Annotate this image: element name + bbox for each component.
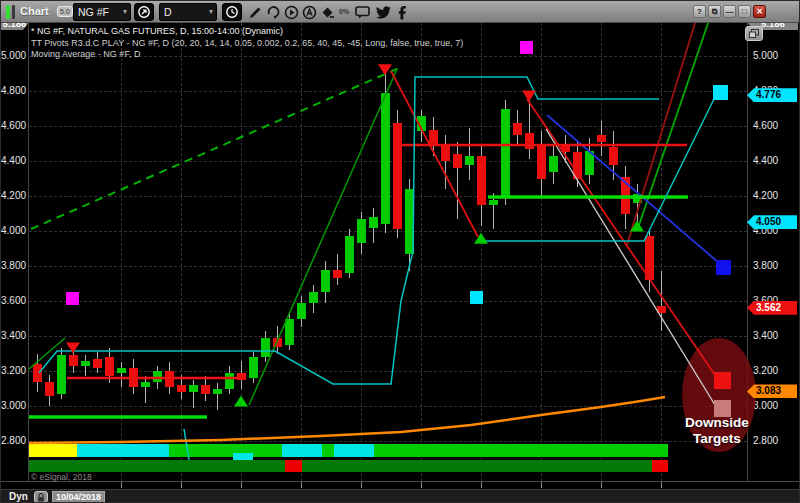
redo-icon	[266, 5, 281, 20]
indicator-strip-red-block	[285, 460, 302, 472]
maximize-button[interactable]: □	[738, 5, 751, 18]
auto-trendline-button[interactable]	[301, 4, 317, 20]
candle	[381, 93, 390, 224]
facebook-icon	[395, 5, 408, 20]
blue-decline-line	[547, 115, 719, 263]
candle-wick	[661, 271, 662, 331]
time-tick	[541, 482, 542, 488]
pencil-icon	[248, 5, 263, 20]
downside-targets-annotation: Downside Targets	[667, 415, 767, 447]
version-badge: 5.0	[57, 6, 73, 17]
interval-clock-button[interactable]	[222, 3, 242, 21]
price-tick-left: 4.200	[1, 190, 26, 201]
candle	[321, 270, 330, 293]
restore-button[interactable]: ⧉	[708, 5, 721, 18]
indicator-strip-top-segment	[374, 444, 668, 457]
red-downside-target-square	[714, 372, 731, 389]
indicator-tt-pivots: TT Pivots R3.d.C PLAY - NG #F, D (20, 20…	[31, 38, 463, 50]
h-gridline	[29, 266, 747, 267]
play-icon	[284, 5, 299, 20]
candle	[549, 156, 558, 172]
candle	[45, 382, 54, 396]
candle	[309, 292, 318, 303]
candle	[129, 368, 138, 387]
symbol-dropdown[interactable]: NG #F ▾	[73, 3, 131, 21]
candle	[537, 144, 546, 179]
price-tick-left: 3.600	[1, 295, 26, 306]
candle	[417, 116, 426, 132]
facebook-button[interactable]	[393, 4, 409, 20]
time-tick	[181, 482, 182, 488]
help-button[interactable]: ?	[693, 5, 706, 18]
candle	[213, 389, 222, 394]
price-tick-right: 4.400	[753, 155, 778, 166]
price-tick-right: 4.600	[753, 120, 778, 131]
indicator-strip-bottom	[29, 460, 668, 472]
price-tick-left: 4.600	[1, 120, 26, 131]
h-gridline	[29, 231, 747, 232]
window-restore-icon	[749, 29, 759, 38]
close-button[interactable]: ✕	[753, 5, 766, 18]
play-tool-button[interactable]	[283, 4, 299, 20]
candle	[201, 385, 210, 394]
chat-button[interactable]	[355, 4, 371, 20]
h-gridline	[29, 406, 747, 407]
percent-label: 0%	[339, 8, 349, 15]
candle-wick	[529, 93, 530, 160]
price-tick-left: 2.800	[1, 435, 26, 446]
candle	[333, 270, 342, 279]
price-tick-left: 5.000	[1, 50, 26, 61]
right-axis-separator[interactable]	[747, 23, 748, 481]
interval-dropdown[interactable]: D ▾	[159, 3, 217, 21]
symbol-lookup-button[interactable]	[134, 3, 154, 21]
price-tick-right: 3.000	[753, 400, 778, 411]
v-gridline	[481, 23, 482, 481]
eraser-tool-button[interactable]	[319, 4, 335, 20]
price-tick-left: 4.800	[1, 85, 26, 96]
candle	[429, 130, 438, 146]
price-tick-left: 3.200	[1, 365, 26, 376]
minimize-button[interactable]: —	[723, 5, 736, 18]
time-tick	[301, 482, 302, 488]
candle	[93, 359, 102, 368]
candle	[609, 147, 618, 165]
candle	[177, 385, 186, 392]
v-gridline	[181, 23, 182, 481]
price-tick-right: 4.200	[753, 190, 778, 201]
candle	[597, 135, 606, 142]
lock-button[interactable]	[34, 491, 48, 503]
annotation-line-2: Targets	[667, 431, 767, 447]
start-date-badge[interactable]: 10/04/2018	[52, 491, 105, 503]
cyan-pivot-square	[470, 291, 483, 304]
price-tick-left: 3.000	[1, 400, 26, 411]
twitter-button[interactable]	[375, 4, 391, 20]
v-gridline	[301, 23, 302, 481]
candle	[117, 368, 126, 373]
candle	[357, 219, 366, 244]
candle-wick	[121, 362, 122, 387]
candle	[165, 371, 174, 387]
gray-decline-line	[546, 129, 715, 405]
candle-wick	[445, 135, 446, 189]
indicator-strip-top-segment	[334, 444, 374, 457]
status-led-green	[6, 5, 10, 19]
candle	[489, 200, 498, 205]
indicator-strip-top-segment	[322, 444, 334, 457]
price-tick-left: 3.400	[1, 330, 26, 341]
candle	[237, 373, 246, 380]
redo-tool-button[interactable]	[265, 4, 281, 20]
orange-moving-average	[29, 397, 665, 443]
time-tick	[121, 482, 122, 488]
candle	[477, 156, 486, 205]
candle-wick	[493, 193, 494, 230]
maximize-chart-button[interactable]	[745, 26, 763, 41]
candle	[249, 357, 258, 378]
symbol-description: * NG #F, NATURAL GAS FUTURES, D, 15:00-1…	[31, 26, 463, 38]
v-gridline	[661, 23, 662, 481]
candle	[285, 319, 294, 345]
price-tick-right: 5.000	[753, 50, 778, 61]
twitter-icon	[376, 5, 391, 20]
pencil-tool-button[interactable]	[247, 4, 263, 20]
candle	[573, 152, 582, 178]
candle	[633, 194, 642, 203]
